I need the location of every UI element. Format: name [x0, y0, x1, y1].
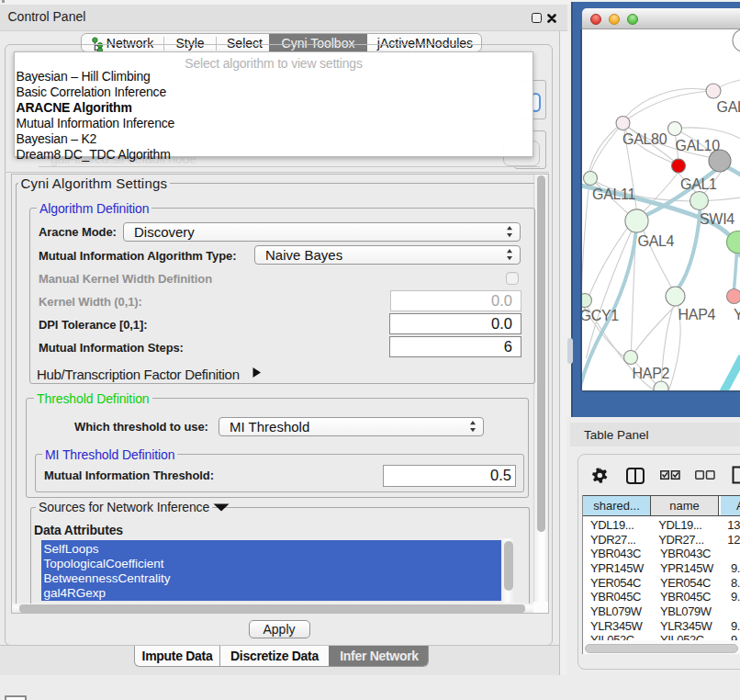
svg-text:GAL80: GAL80 — [622, 131, 667, 147]
svg-text:GAL1: GAL1 — [680, 176, 717, 192]
svg-text:GAL4: GAL4 — [637, 233, 674, 249]
svg-text:GCY1: GCY1 — [582, 308, 619, 323]
svg-text:GAL11: GAL11 — [592, 186, 636, 202]
svg-text:SWI4: SWI4 — [700, 211, 734, 227]
svg-text:HAP2: HAP2 — [632, 366, 669, 381]
svg-text:GAL10: GAL10 — [675, 138, 720, 153]
svg-text:HAP4: HAP4 — [678, 307, 715, 322]
svg-text:GAL7: GAL7 — [716, 99, 740, 115]
svg-text:YJ: YJ — [734, 307, 740, 322]
